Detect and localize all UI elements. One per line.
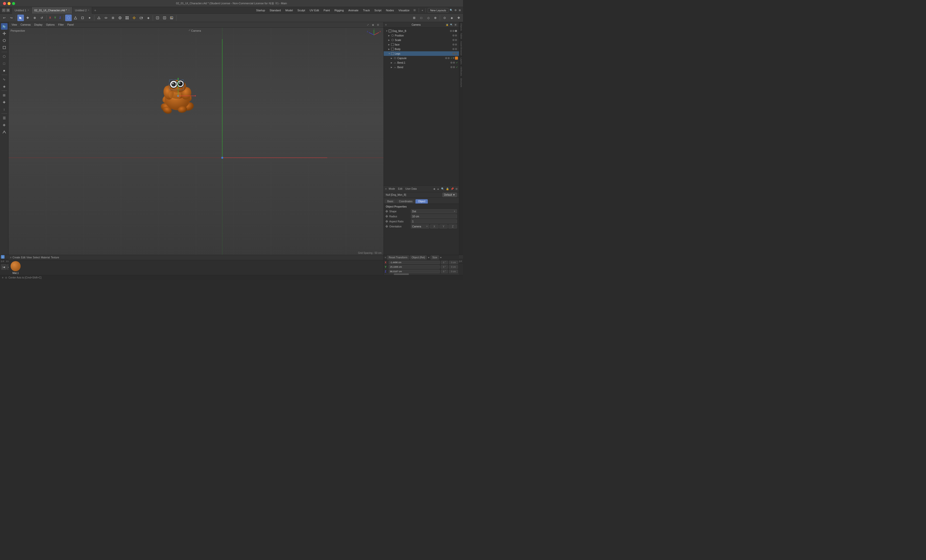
viewport-panel[interactable]: Panel (66, 23, 76, 27)
mat-create-btn[interactable]: Create (12, 256, 20, 259)
render-settings-button[interactable] (161, 15, 168, 21)
display-2[interactable]: ◈ (448, 15, 455, 21)
mat-menu-icon[interactable]: ≡ (10, 256, 12, 259)
menu-visualize[interactable]: Visualize (396, 8, 412, 12)
obj-bend1[interactable]: ▶ Bend.1 ✓ (384, 61, 459, 65)
attr-edit-btn[interactable]: Edit (397, 187, 403, 191)
menu-nodes[interactable]: Nodes (384, 8, 396, 12)
viewport-expand-icon[interactable]: ⤢ (366, 23, 370, 27)
coords-menu-icon[interactable]: ≡ (385, 256, 386, 259)
viewport-nav-3[interactable]: ◇ (425, 15, 431, 21)
viewport[interactable]: View Cameras Display Options Filter Pane… (9, 22, 383, 256)
coords-size-btn[interactable]: Size (431, 255, 439, 260)
menu-track[interactable]: Track (361, 8, 372, 12)
coords-x-size[interactable]: 0 cm (449, 260, 458, 264)
settings-icon[interactable]: ⚙ (454, 9, 457, 12)
viewport-nav-2[interactable]: □ (418, 15, 425, 21)
mat-material-btn[interactable]: Material (41, 256, 50, 259)
attr-orient-z[interactable]: Z (448, 224, 457, 229)
new-layouts-button[interactable]: New Layouts (428, 8, 448, 12)
tab-untitled2[interactable]: Untitled 2 × (73, 7, 92, 14)
left-floor-btn[interactable] (1, 129, 8, 135)
obj-dog-mon-b[interactable]: ▼ Dog_Mon_B (384, 29, 459, 33)
tab-character[interactable]: 02_01_UI_Character.c4d * × (32, 7, 73, 14)
coords-y-input[interactable]: 25.1005 cm (389, 265, 440, 269)
mat-select-btn[interactable]: Select (33, 256, 40, 259)
viewport-grid-icon[interactable]: ⊞ (376, 23, 380, 27)
attr-tab-coords[interactable]: Coordinates (396, 199, 415, 204)
coords-x-input[interactable]: -1.4496 cm (389, 260, 440, 264)
tab-close-untitled2[interactable]: × (88, 9, 89, 12)
select-button[interactable] (17, 15, 24, 21)
status-menu-icon[interactable]: ≡ (2, 276, 3, 279)
object-mode-button[interactable] (65, 15, 72, 21)
left-snap-btn[interactable]: ✚ (1, 99, 8, 105)
redo-button[interactable]: ↪ (8, 15, 15, 21)
coords-y-size[interactable]: 0 cm (449, 265, 458, 269)
poly-mode-button[interactable] (79, 15, 86, 21)
viewport-options[interactable]: Options (45, 23, 56, 27)
edge-mode-button[interactable] (72, 15, 79, 21)
nurbs-button[interactable] (103, 15, 109, 21)
tab-add-button[interactable]: + (92, 8, 98, 12)
visualize-icon[interactable]: ⊞ (412, 9, 417, 12)
undo-button[interactable]: ↩ (1, 15, 8, 21)
transport-go-start[interactable]: |◀ (1, 264, 6, 270)
left-select-btn[interactable] (1, 23, 8, 30)
attr-back-icon[interactable]: ◀ (433, 188, 435, 190)
mat-texture-btn[interactable]: Texture (51, 256, 59, 259)
coords-size-dropdown[interactable]: ▼ (440, 256, 442, 259)
coords-x-deg[interactable]: 0 ° (441, 260, 448, 264)
attr-userdata-btn[interactable]: User Data (404, 187, 418, 191)
attr-orient-x[interactable]: X (430, 224, 439, 229)
layout-icon[interactable]: ≡ (2, 9, 6, 12)
attr-orient-y[interactable]: Y (439, 224, 448, 229)
obj-face[interactable]: ▶ face (384, 42, 459, 47)
picture-viewer-button[interactable] (168, 15, 175, 21)
coords-z-input[interactable]: 86.0167 cm (389, 270, 440, 273)
obj-body[interactable]: ▶ Body (384, 47, 459, 51)
close-button[interactable] (3, 2, 6, 5)
menu-sculpt[interactable]: Sculpt (295, 8, 307, 12)
side-label-tablet[interactable]: Tablet (460, 32, 463, 40)
coords-rel-dropdown[interactable]: ▼ (428, 256, 430, 259)
scene-button[interactable] (117, 15, 123, 21)
axis-y-button[interactable]: Y (53, 16, 57, 20)
viewport-filter[interactable]: Filter (57, 23, 65, 27)
menu-uvedit[interactable]: UV Edit (308, 8, 321, 12)
tab-untitled1[interactable]: Untitled 1 × (12, 7, 32, 14)
menu-rigging[interactable]: Rigging (332, 8, 346, 12)
attr-orient-camera[interactable]: Camera ▼ (411, 224, 429, 229)
objects-menu-icon[interactable]: ≡ (385, 23, 387, 26)
attr-mode-btn[interactable]: Mode (388, 187, 396, 191)
coords-z-deg[interactable]: 0 ° (441, 270, 448, 273)
tab-close-character[interactable]: × (68, 9, 70, 12)
obj-legs[interactable]: ▼ Legs (384, 51, 459, 56)
attr-dropdown[interactable]: Default ▼ (442, 193, 457, 197)
menu-startup[interactable]: Startup (254, 8, 267, 12)
render-button[interactable] (154, 15, 161, 21)
attr-pin-icon[interactable]: 📌 (451, 188, 454, 190)
side-label-objects[interactable]: Objects (460, 22, 463, 32)
maximize-button[interactable] (12, 2, 15, 5)
display-1[interactable]: ⊙ (441, 15, 448, 21)
left-rotate-btn[interactable] (1, 37, 8, 44)
left-paint-btn[interactable]: □ (1, 60, 8, 67)
search-icon[interactable]: 🔍 (449, 9, 453, 12)
point-mode-button[interactable] (86, 15, 93, 21)
objects-lock-icon[interactable]: 🔒 (445, 23, 449, 27)
viewport-nav-4[interactable]: ⊕ (432, 15, 439, 21)
coords-object-btn[interactable]: Object (Rel) (410, 255, 427, 260)
primitive-button[interactable] (95, 15, 102, 21)
obj-bend[interactable]: ▶ Bend ✓ (384, 65, 459, 70)
viewport-display[interactable]: Display (33, 23, 44, 27)
attr-shape-dropdown[interactable]: ▼ (454, 210, 456, 213)
viewport-nav-icon[interactable]: ◉ (371, 23, 375, 27)
attr-expand-icon[interactable]: ⊞ (455, 188, 457, 190)
attr-search-icon[interactable]: 🔍 (441, 188, 444, 190)
mat-edit-btn[interactable]: Edit (21, 256, 26, 259)
attr-tab-object[interactable]: Object (415, 199, 428, 204)
menu-icon[interactable]: ⊞ (6, 9, 10, 12)
left-move-btn[interactable] (1, 30, 8, 37)
left-magnet-btn[interactable]: ∿ (1, 76, 8, 83)
